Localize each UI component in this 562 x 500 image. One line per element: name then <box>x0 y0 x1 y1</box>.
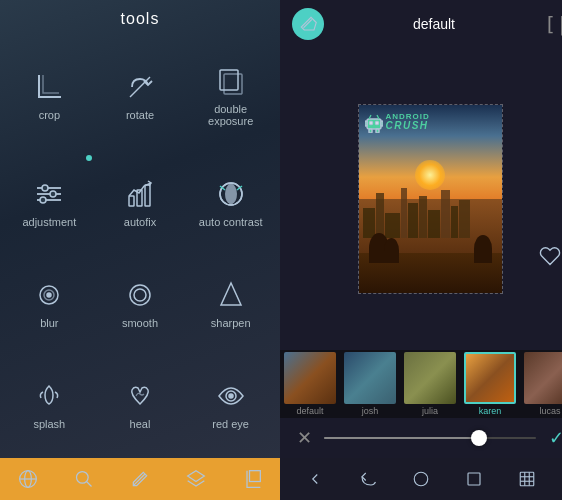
buildings <box>359 178 502 238</box>
nav-search-button[interactable] <box>70 465 98 493</box>
filter-strip: default josh julia karen lucas <box>280 350 562 418</box>
svg-rect-2 <box>224 74 242 94</box>
editor-header: default [| <box>280 0 562 48</box>
tool-red-eye[interactable]: red eye <box>186 354 275 453</box>
filter-josh[interactable]: josh <box>340 352 400 416</box>
splash-icon <box>31 378 67 414</box>
tool-smooth[interactable]: smooth <box>96 254 185 353</box>
crop-label: crop <box>39 109 60 121</box>
slider-thumb[interactable] <box>471 430 487 446</box>
svg-line-0 <box>130 77 150 97</box>
filter-karen[interactable]: karen <box>460 352 520 416</box>
favorite-button[interactable] <box>536 242 562 270</box>
filter-thumb-default <box>284 352 336 404</box>
nav-grid-button[interactable] <box>513 465 541 493</box>
blur-label: blur <box>40 317 58 329</box>
eraser-button[interactable] <box>292 8 324 40</box>
tool-splash[interactable]: splash <box>5 354 94 453</box>
slider-track <box>324 437 536 439</box>
heal-label: heal <box>130 418 151 430</box>
nav-globe-button[interactable] <box>14 465 42 493</box>
svg-point-30 <box>369 122 372 125</box>
filter-label-lucas: lucas <box>539 406 560 416</box>
filter-label-josh: josh <box>362 406 379 416</box>
sharpen-label: sharpen <box>211 317 251 329</box>
tool-crop[interactable]: crop <box>5 40 94 151</box>
filter-lucas[interactable]: lucas <box>520 352 562 416</box>
smooth-icon <box>122 277 158 313</box>
adjustment-bar: ✕ ✓ <box>280 418 562 458</box>
nav-crop-nav-button[interactable] <box>238 465 266 493</box>
tool-auto-contrast[interactable]: auto contrast <box>186 153 275 252</box>
tool-double-exposure[interactable]: double exposure <box>186 40 275 151</box>
confirm-button[interactable]: ✓ <box>544 427 562 449</box>
svg-point-19 <box>130 285 150 305</box>
splash-label: splash <box>33 418 65 430</box>
svg-point-18 <box>47 293 51 297</box>
filter-label-karen: karen <box>479 406 502 416</box>
bottom-nav-container <box>0 458 562 500</box>
svg-rect-28 <box>365 121 367 126</box>
svg-point-42 <box>414 472 428 486</box>
nav-layers-button[interactable] <box>182 465 210 493</box>
svg-point-8 <box>40 197 46 203</box>
canvas-area: ANDROID CRUSH <box>280 48 562 350</box>
svg-line-38 <box>87 482 92 487</box>
nav-back-button[interactable] <box>301 465 329 493</box>
svg-rect-9 <box>129 196 134 206</box>
svg-point-31 <box>375 122 378 125</box>
nav-home-button[interactable] <box>407 465 435 493</box>
active-dot <box>86 155 92 161</box>
cancel-button[interactable]: ✕ <box>292 427 316 449</box>
nav-brush-button[interactable] <box>126 465 154 493</box>
filter-julia[interactable]: julia <box>400 352 460 416</box>
filter-thumb-karen <box>464 352 516 404</box>
svg-rect-29 <box>381 121 383 126</box>
heal-icon <box>122 378 158 414</box>
tools-panel: tools crop <box>0 0 280 458</box>
split-view-icon[interactable]: [| <box>544 12 562 36</box>
svg-point-37 <box>77 472 89 484</box>
tool-rotate[interactable]: rotate <box>96 40 185 151</box>
tool-blur[interactable]: blur <box>5 254 94 353</box>
rotate-icon <box>122 69 158 105</box>
editor-title: default <box>324 16 544 32</box>
smooth-label: smooth <box>122 317 158 329</box>
image-preview: ANDROID CRUSH <box>359 105 502 293</box>
svg-rect-44 <box>521 472 535 486</box>
tool-sharpen[interactable]: sharpen <box>186 254 275 353</box>
svg-rect-41 <box>250 471 261 482</box>
adjustment-icon <box>31 176 67 212</box>
filter-default[interactable]: default <box>280 352 340 416</box>
adjustment-slider[interactable] <box>324 428 536 448</box>
image-container: ANDROID CRUSH <box>358 104 503 294</box>
editor-panel: default [| <box>280 0 562 458</box>
auto-contrast-label: auto contrast <box>199 216 263 228</box>
rotate-label: rotate <box>126 109 154 121</box>
double-exposure-label: double exposure <box>191 103 270 127</box>
tool-autofix[interactable]: autofix <box>96 153 185 252</box>
svg-point-7 <box>50 191 56 197</box>
svg-rect-26 <box>369 129 372 133</box>
filter-thumb-julia <box>404 352 456 404</box>
android-branding: ANDROID CRUSH <box>365 111 430 133</box>
filter-label-default: default <box>296 406 323 416</box>
filter-label-julia: julia <box>422 406 438 416</box>
red-eye-label: red eye <box>212 418 249 430</box>
svg-point-23 <box>229 394 233 398</box>
filter-thumb-josh <box>344 352 396 404</box>
autofix-label: autofix <box>124 216 156 228</box>
svg-marker-21 <box>221 283 241 305</box>
tools-bottom-nav <box>0 458 280 500</box>
tool-adjustment[interactable]: adjustment <box>5 153 94 252</box>
crop-icon <box>31 69 67 105</box>
nav-square-button[interactable] <box>460 465 488 493</box>
auto-contrast-icon <box>213 176 249 212</box>
blur-icon <box>31 277 67 313</box>
svg-rect-43 <box>468 473 480 485</box>
tool-heal[interactable]: heal <box>96 354 185 453</box>
nav-undo-button[interactable] <box>354 465 382 493</box>
svg-rect-27 <box>376 129 379 133</box>
editor-bottom-nav <box>280 458 562 500</box>
sharpen-icon <box>213 277 249 313</box>
